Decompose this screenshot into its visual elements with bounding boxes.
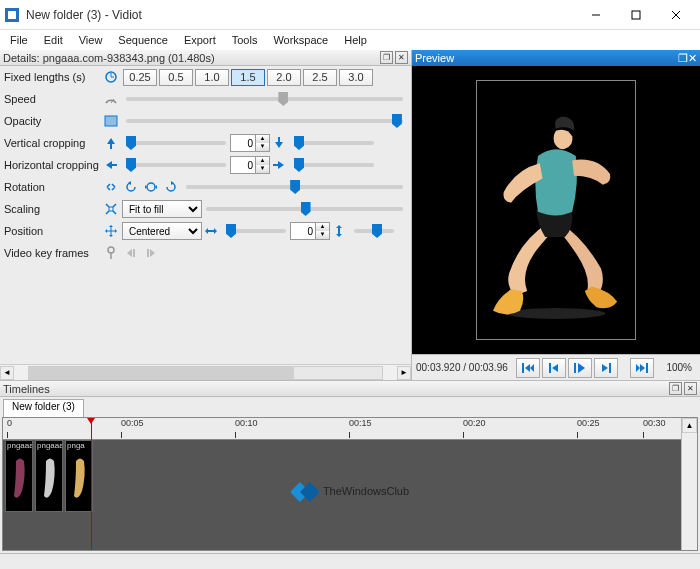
menu-workspace[interactable]: Workspace xyxy=(265,32,336,48)
menu-view[interactable]: View xyxy=(71,32,111,48)
position-input[interactable] xyxy=(291,223,315,239)
svg-rect-30 xyxy=(609,363,611,373)
watermark-text: TheWindowsClub xyxy=(323,485,409,497)
rotate-cw-icon[interactable] xyxy=(162,178,180,196)
vcrop-spin[interactable]: ▲▼ xyxy=(230,134,270,152)
timelines-header-label: Timelines xyxy=(3,383,50,395)
position-h-slider[interactable] xyxy=(226,229,286,233)
svg-point-16 xyxy=(147,183,155,191)
keyframes-label: Video key frames xyxy=(4,247,102,259)
hcrop-input[interactable] xyxy=(231,157,255,173)
watermark: TheWindowsClub xyxy=(291,477,409,505)
row-position: Position Centered ▲▼ xyxy=(0,220,411,242)
timelines-close-icon[interactable]: ✕ xyxy=(684,382,697,395)
menu-file[interactable]: File xyxy=(2,32,36,48)
svg-rect-31 xyxy=(646,363,648,373)
panel-close-icon[interactable]: ✕ xyxy=(395,51,408,64)
position-select[interactable]: Centered xyxy=(122,222,202,240)
preview-close-icon[interactable]: ✕ xyxy=(688,52,697,65)
hcrop-right-slider[interactable] xyxy=(294,163,374,167)
runner-image xyxy=(476,93,636,327)
rotation-slider[interactable] xyxy=(186,185,403,189)
length-0.5[interactable]: 0.5 xyxy=(159,69,193,86)
move-icon[interactable] xyxy=(102,222,120,240)
vcrop-bottom-icon[interactable] xyxy=(270,134,288,152)
timeline-tab[interactable]: New folder (3) xyxy=(3,399,84,417)
scaling-slider[interactable] xyxy=(206,207,403,211)
vcrop-bottom-slider[interactable] xyxy=(294,141,374,145)
prev-frame-button[interactable] xyxy=(542,358,566,378)
length-3.0[interactable]: 3.0 xyxy=(339,69,373,86)
timelines-panel: Timelines ❐ ✕ New folder (3) 000:0500:10… xyxy=(0,380,700,569)
menu-edit[interactable]: Edit xyxy=(36,32,71,48)
svg-rect-3 xyxy=(632,11,640,19)
play-button[interactable] xyxy=(568,358,592,378)
ruler-tick: 0 xyxy=(7,418,12,428)
svg-rect-25 xyxy=(147,249,149,257)
menu-tools[interactable]: Tools xyxy=(224,32,266,48)
speedometer-icon[interactable] xyxy=(102,90,120,108)
rotate-ccw-icon[interactable] xyxy=(122,178,140,196)
goto-start-button[interactable] xyxy=(516,358,540,378)
ruler-tick: 00:25 xyxy=(577,418,600,428)
clock-icon[interactable] xyxy=(102,68,120,86)
scroll-up-icon[interactable]: ▲ xyxy=(682,418,697,433)
timeline-ruler[interactable]: 000:0500:1000:1500:2000:2500:30 xyxy=(3,418,697,440)
scroll-right-icon[interactable]: ► xyxy=(397,366,411,380)
svg-rect-35 xyxy=(291,482,310,502)
length-1.5[interactable]: 1.5 xyxy=(231,69,265,86)
svg-rect-28 xyxy=(549,363,551,373)
pos-v-icon[interactable] xyxy=(330,222,348,240)
menu-help[interactable]: Help xyxy=(336,32,375,48)
timeline-body[interactable]: 000:0500:1000:1500:2000:2500:30 pngaaapn… xyxy=(2,417,698,551)
svg-rect-29 xyxy=(574,363,576,373)
clip[interactable]: pngaaa xyxy=(35,440,63,512)
keyframe-next-icon[interactable] xyxy=(142,244,160,262)
pos-h-icon[interactable] xyxy=(202,222,220,240)
keyframe-prev-icon[interactable] xyxy=(122,244,140,262)
close-button[interactable] xyxy=(656,1,696,29)
vcrop-top-slider[interactable] xyxy=(126,141,226,145)
minimize-button[interactable] xyxy=(576,1,616,29)
length-2.0[interactable]: 2.0 xyxy=(267,69,301,86)
hcrop-left-slider[interactable] xyxy=(126,163,226,167)
vcrop-top-icon[interactable] xyxy=(102,134,120,152)
rotate-180-icon[interactable] xyxy=(142,178,160,196)
row-keyframes: Video key frames xyxy=(0,242,411,264)
rotate-reset-icon[interactable] xyxy=(102,178,120,196)
key-icon[interactable] xyxy=(102,244,120,262)
maximize-button[interactable] xyxy=(616,1,656,29)
length-0.25[interactable]: 0.25 xyxy=(123,69,157,86)
speed-slider[interactable] xyxy=(126,97,403,101)
menu-bar: File Edit View Sequence Export Tools Wor… xyxy=(0,30,700,50)
details-hscroll[interactable]: ◄ ► xyxy=(0,364,411,380)
vcrop-input[interactable] xyxy=(231,135,255,151)
scaling-select[interactable]: Fit to fill xyxy=(122,200,202,218)
position-v-slider[interactable] xyxy=(354,229,394,233)
menu-export[interactable]: Export xyxy=(176,32,224,48)
hcrop-right-icon[interactable] xyxy=(270,156,288,174)
clip[interactable]: pngaaa xyxy=(5,440,33,512)
scaling-icon[interactable] xyxy=(102,200,120,218)
rotation-label: Rotation xyxy=(4,181,102,193)
hcrop-spin[interactable]: ▲▼ xyxy=(230,156,270,174)
menu-sequence[interactable]: Sequence xyxy=(110,32,176,48)
length-1.0[interactable]: 1.0 xyxy=(195,69,229,86)
svg-rect-24 xyxy=(133,249,135,257)
goto-end-button[interactable] xyxy=(630,358,654,378)
scroll-left-icon[interactable]: ◄ xyxy=(0,366,14,380)
opacity-icon[interactable] xyxy=(102,112,120,130)
position-spin[interactable]: ▲▼ xyxy=(290,222,330,240)
timelines-restore-icon[interactable]: ❐ xyxy=(669,382,682,395)
length-2.5[interactable]: 2.5 xyxy=(303,69,337,86)
timeline-vscroll[interactable]: ▲ xyxy=(681,418,697,550)
clip[interactable]: pnga xyxy=(65,440,93,512)
opacity-slider[interactable] xyxy=(126,119,403,123)
position-label: Position xyxy=(4,225,102,237)
panel-restore-icon[interactable]: ❐ xyxy=(380,51,393,64)
hcrop-left-icon[interactable] xyxy=(102,156,120,174)
next-frame-button[interactable] xyxy=(594,358,618,378)
preview-restore-icon[interactable]: ❐ xyxy=(678,52,688,65)
row-hcrop: Horizontal cropping ▲▼ xyxy=(0,154,411,176)
playhead[interactable] xyxy=(91,418,92,550)
